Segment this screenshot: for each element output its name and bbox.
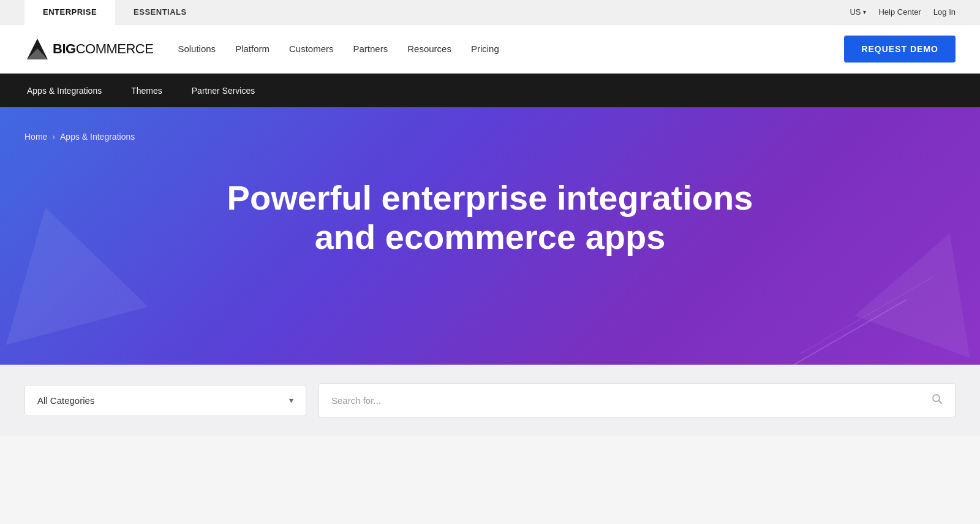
filter-section: All Categories ▾ Search for... <box>0 365 980 436</box>
breadcrumb: Home › Apps & Integrations <box>24 132 956 142</box>
sub-nav-partner-services[interactable]: Partner Services <box>189 86 257 96</box>
top-bar: ENTERPRISE ESSENTIALS US ▾ Help Center L… <box>0 0 980 25</box>
top-bar-right: US ▾ Help Center Log In <box>850 7 956 17</box>
main-nav: BIGCOMMERCE Solutions Platform Customers… <box>0 25 980 74</box>
search-icon <box>932 393 943 407</box>
nav-platform[interactable]: Platform <box>235 44 270 54</box>
hero-title: Powerful enterprise integrations and eco… <box>214 178 766 257</box>
tab-enterprise[interactable]: ENTERPRISE <box>24 0 115 25</box>
help-center-link[interactable]: Help Center <box>878 7 921 17</box>
sub-nav-apps-integrations[interactable]: Apps & Integrations <box>24 86 104 96</box>
nav-links: Solutions Platform Customers Partners Re… <box>178 44 499 54</box>
svg-line-3 <box>939 401 942 404</box>
breadcrumb-home[interactable]: Home <box>24 132 47 142</box>
nav-resources[interactable]: Resources <box>407 44 451 54</box>
logo-text: BIGCOMMERCE <box>53 41 153 57</box>
nav-left: BIGCOMMERCE Solutions Platform Customers… <box>24 36 499 62</box>
nav-solutions[interactable]: Solutions <box>178 44 216 54</box>
nav-partners[interactable]: Partners <box>353 44 388 54</box>
search-placeholder: Search for... <box>331 395 381 406</box>
sub-nav: Apps & Integrations Themes Partner Servi… <box>0 74 980 107</box>
tab-essentials[interactable]: ESSENTIALS <box>115 0 205 25</box>
top-bar-tabs: ENTERPRISE ESSENTIALS <box>24 0 205 25</box>
nav-pricing[interactable]: Pricing <box>471 44 499 54</box>
chevron-down-icon: ▾ <box>863 9 866 15</box>
breadcrumb-separator: › <box>52 132 55 142</box>
chevron-down-icon: ▾ <box>289 395 293 405</box>
request-demo-button[interactable]: REQUEST DEMO <box>844 36 956 63</box>
sub-nav-themes[interactable]: Themes <box>129 86 165 96</box>
nav-customers[interactable]: Customers <box>289 44 334 54</box>
logo[interactable]: BIGCOMMERCE <box>24 36 153 62</box>
bigcommerce-logo-icon <box>24 36 50 62</box>
locale-selector[interactable]: US ▾ <box>850 7 866 17</box>
category-select[interactable]: All Categories ▾ <box>24 385 306 416</box>
hero-section: Home › Apps & Integrations Powerful ente… <box>0 107 980 365</box>
category-select-label: All Categories <box>37 395 94 406</box>
search-bar[interactable]: Search for... <box>318 383 956 417</box>
breadcrumb-current: Apps & Integrations <box>60 132 135 142</box>
hero-decoration-triangle-left <box>0 188 148 344</box>
login-link[interactable]: Log In <box>933 7 956 17</box>
